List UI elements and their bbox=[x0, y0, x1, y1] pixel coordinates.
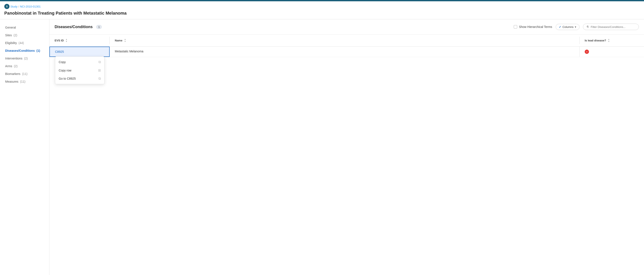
sidebar: General Sites (2) Eligibility (44) Disea… bbox=[0, 19, 50, 275]
content-header: Diseases/Conditions 1 Show Hierarchical … bbox=[50, 19, 644, 34]
breadcrumb-study-label[interactable]: Study bbox=[10, 5, 18, 8]
context-menu-copy-row[interactable]: Copy row ⊞ bbox=[55, 66, 104, 74]
lead-sort-arrows[interactable]: ▲ ▼ bbox=[608, 38, 610, 42]
cell-evs-id[interactable]: C8925 Copy ⧉ Copy row ⊞ bbox=[50, 47, 110, 57]
col-header-evs-id: EVS ID ▲ ▼ bbox=[50, 37, 110, 44]
columns-check-icon: ✓ bbox=[559, 25, 561, 28]
sidebar-item-eligibility[interactable]: Eligibility (44) bbox=[0, 39, 49, 47]
section-count-badge: 1 bbox=[96, 25, 102, 29]
sidebar-item-arms[interactable]: Arms (2) bbox=[0, 62, 49, 70]
cell-is-lead: – bbox=[580, 47, 644, 57]
sidebar-item-general[interactable]: General bbox=[0, 24, 49, 31]
cell-name: Metastatic Melanoma bbox=[110, 47, 580, 57]
study-icon: S bbox=[4, 4, 10, 9]
evs-id-link[interactable]: C8925 bbox=[55, 50, 64, 53]
name-sort-arrows[interactable]: ▲ ▼ bbox=[124, 38, 126, 42]
copy-row-icon: ⊞ bbox=[98, 68, 101, 72]
context-menu-goto[interactable]: Go to C8925 ⧉ bbox=[55, 74, 104, 83]
copy-icon: ⧉ bbox=[98, 60, 101, 64]
lead-no-icon: – bbox=[585, 50, 589, 54]
filter-icon: ⚗ bbox=[586, 25, 589, 28]
sidebar-item-measures[interactable]: Measures (11) bbox=[0, 78, 49, 85]
context-menu-copy[interactable]: Copy ⧉ bbox=[55, 58, 104, 66]
breadcrumb: S Study / NCI-2010-01301 bbox=[4, 4, 640, 9]
col-header-is-lead: Is lead disease? ▲ ▼ bbox=[580, 37, 644, 44]
section-title: Diseases/Conditions bbox=[54, 25, 93, 29]
hierarchical-label: Show Hierarchical Terms bbox=[519, 25, 552, 28]
content-inner: Diseases/Conditions 1 Show Hierarchical … bbox=[50, 19, 644, 275]
main-layout: General Sites (2) Eligibility (44) Disea… bbox=[0, 19, 644, 275]
sidebar-item-interventions[interactable]: Interventions (2) bbox=[0, 54, 49, 62]
context-menu: Copy ⧉ Copy row ⊞ Go to C8925 ⧉ bbox=[55, 56, 104, 84]
show-hierarchical-toggle[interactable]: Show Hierarchical Terms bbox=[514, 25, 552, 28]
evs-sort-arrows[interactable]: ▲ ▼ bbox=[66, 38, 68, 42]
header: S Study / NCI-2010-01301 Panobinostat in… bbox=[0, 1, 644, 19]
columns-button-label: Columns bbox=[562, 25, 574, 28]
hierarchical-checkbox[interactable] bbox=[514, 25, 517, 28]
table-row: C8925 Copy ⧉ Copy row ⊞ bbox=[50, 47, 644, 57]
breadcrumb-separator: / bbox=[18, 5, 19, 8]
sidebar-item-diseases-conditions[interactable]: Diseases/Conditions (1) bbox=[0, 47, 49, 54]
page-title: Panobinostat in Treating Patients with M… bbox=[4, 11, 640, 16]
table-header: EVS ID ▲ ▼ Name ▲ ▼ Is l bbox=[50, 34, 644, 47]
content-area: Diseases/Conditions 1 Show Hierarchical … bbox=[50, 19, 644, 275]
sidebar-item-biomarkers[interactable]: Biomarkers (11) bbox=[0, 70, 49, 78]
table: EVS ID ▲ ▼ Name ▲ ▼ Is l bbox=[50, 34, 644, 57]
goto-icon: ⧉ bbox=[98, 77, 101, 80]
breadcrumb-study-id[interactable]: NCI-2010-01301 bbox=[20, 5, 41, 8]
columns-chevron-icon: ▾ bbox=[575, 25, 576, 28]
columns-button[interactable]: ✓ Columns ▾ bbox=[556, 24, 580, 30]
filter-input-wrapper[interactable]: ⚗ bbox=[583, 24, 639, 30]
col-header-name: Name ▲ ▼ bbox=[110, 37, 580, 44]
filter-input[interactable] bbox=[591, 25, 636, 28]
sidebar-item-sites[interactable]: Sites (2) bbox=[0, 31, 49, 39]
